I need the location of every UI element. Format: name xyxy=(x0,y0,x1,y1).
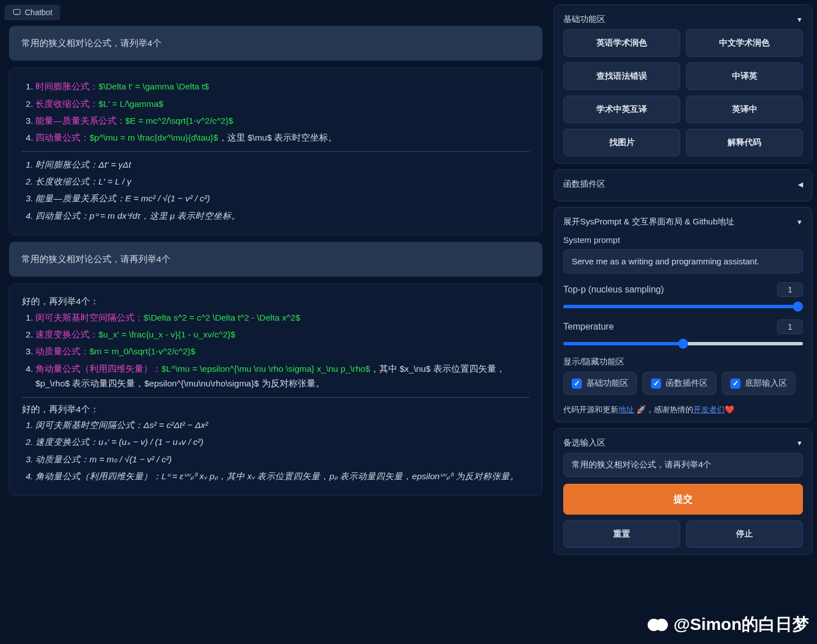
reset-button[interactable]: 重置 xyxy=(563,520,680,548)
checkbox-plugins[interactable]: ✓函数插件区 xyxy=(643,372,716,395)
plugins-panel: 函数插件区 ◀ xyxy=(554,169,812,201)
btn-academic-translate[interactable]: 学术中英互译 xyxy=(563,96,680,123)
check-icon: ✓ xyxy=(730,379,740,389)
footer-text: 代码开源和更新地址 🚀，感谢热情的开发者们❤️ xyxy=(563,405,803,415)
btn-grammar-check[interactable]: 查找语法错误 xyxy=(563,62,680,90)
chevron-down-icon: ▼ xyxy=(796,16,803,24)
settings-panel: 展开SysPrompt & 交互界面布局 & Github地址 ▼ System… xyxy=(554,207,812,422)
check-icon: ✓ xyxy=(651,379,661,389)
formula-rendered-list-2: 闵可夫斯基时空间隔公式：Δs² = c²Δt² − Δx² 速度变换公式：uₓ'… xyxy=(22,417,529,485)
topp-value: 1 xyxy=(777,282,803,297)
devs-link[interactable]: 开发者们 xyxy=(693,405,725,414)
show-hide-label: 显示/隐藏功能区 xyxy=(563,357,803,367)
alt-input-panel: 备选输入区 ▼ 提交 重置 停止 xyxy=(554,428,812,555)
submit-button[interactable]: 提交 xyxy=(563,484,803,515)
alt-input-field[interactable] xyxy=(563,453,803,477)
temperature-slider[interactable] xyxy=(563,342,803,345)
basic-functions-panel: 基础功能区 ▼ 英语学术润色 中文学术润色 查找语法错误 中译英 学术中英互译 … xyxy=(554,4,812,164)
assistant-message-2: 好的，再列举4个： 闵可夫斯基时空间隔公式：$\Delta s^2 = c^2 … xyxy=(9,283,542,496)
formula-raw-list-2: 闵可夫斯基时空间隔公式：$\Delta s^2 = c^2 \Delta t^2… xyxy=(22,309,529,393)
formula-rendered-list-1: 时间膨胀公式：Δt' = γΔt 长度收缩公式：L' = L / γ 能量—质量… xyxy=(22,156,529,224)
settings-panel-header[interactable]: 展开SysPrompt & 交互界面布局 & Github地址 ▼ xyxy=(563,214,803,232)
btn-english-polish[interactable]: 英语学术润色 xyxy=(563,29,680,57)
chevron-down-icon: ▼ xyxy=(796,218,803,226)
system-prompt-label: System prompt xyxy=(563,235,803,245)
tab-chatbot[interactable]: Chatbot xyxy=(5,4,60,20)
btn-chinese-polish[interactable]: 中文学术润色 xyxy=(686,29,803,57)
tab-label: Chatbot xyxy=(25,8,52,17)
temperature-label: Temperature xyxy=(563,322,614,332)
btn-zh-to-en[interactable]: 中译英 xyxy=(686,62,803,90)
user-message-2: 常用的狭义相对论公式，请再列举4个 xyxy=(9,242,542,277)
plugins-panel-header[interactable]: 函数插件区 ◀ xyxy=(563,177,803,194)
assistant-message-1: 时间膨胀公式：$\Delta t' = \gamma \Delta t$ 长度收… xyxy=(9,67,542,235)
btn-en-to-zh[interactable]: 英译中 xyxy=(686,96,803,123)
checkbox-basic[interactable]: ✓基础功能区 xyxy=(563,372,637,395)
stop-button[interactable]: 停止 xyxy=(686,520,803,548)
repo-link[interactable]: 地址 xyxy=(618,405,634,414)
basic-panel-header[interactable]: 基础功能区 ▼ xyxy=(563,12,803,29)
chat-icon xyxy=(12,8,21,17)
chevron-down-icon: ▼ xyxy=(796,439,803,447)
svg-rect-0 xyxy=(14,10,20,15)
alt-input-header[interactable]: 备选输入区 ▼ xyxy=(563,435,803,453)
user-message-1: 常用的狭义相对论公式，请列举4个 xyxy=(9,26,542,61)
check-icon: ✓ xyxy=(572,379,582,389)
chevron-left-icon: ◀ xyxy=(798,181,803,188)
btn-find-image[interactable]: 找图片 xyxy=(563,129,680,156)
topp-slider[interactable] xyxy=(563,305,803,308)
formula-raw-list-1: 时间膨胀公式：$\Delta t' = \gamma \Delta t$ 长度收… xyxy=(22,78,529,146)
system-prompt-input[interactable] xyxy=(563,249,803,273)
checkbox-bottom-input[interactable]: ✓底部输入区 xyxy=(722,372,796,395)
btn-explain-code[interactable]: 解释代码 xyxy=(686,129,803,156)
topp-label: Top-p (nucleus sampling) xyxy=(563,285,664,295)
temperature-value: 1 xyxy=(777,319,803,334)
